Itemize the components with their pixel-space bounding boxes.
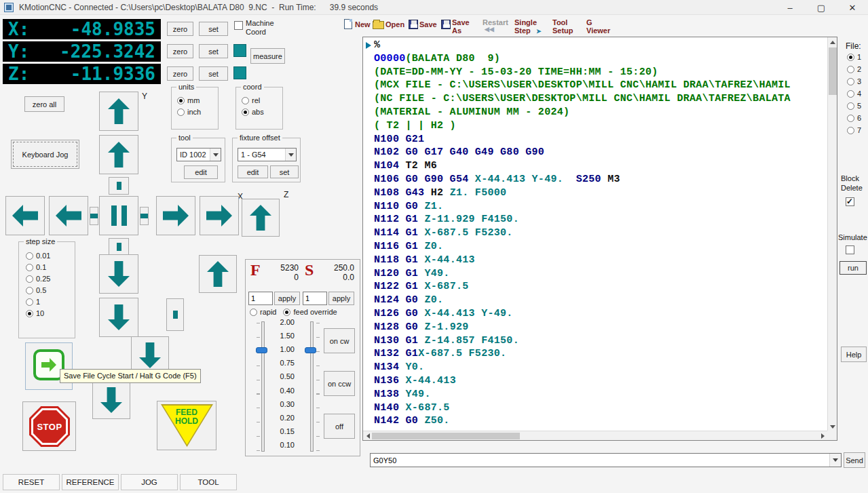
file-slot-option[interactable]: 6 [847, 114, 861, 122]
toolbar-single-step[interactable]: Single Step [514, 18, 539, 35]
override-mode-option[interactable]: feed override [283, 308, 337, 316]
fixture-edit-button[interactable]: edit [238, 165, 268, 178]
units-option[interactable]: inch [177, 108, 201, 116]
spindle-off-button[interactable]: off [324, 414, 355, 439]
file-slot-option[interactable]: 4 [847, 90, 861, 98]
scroll-left-icon[interactable] [363, 431, 373, 441]
zero-all-button[interactable]: zero all [24, 96, 64, 112]
machine-coord-checkbox[interactable] [234, 21, 243, 30]
file-slot-option[interactable]: 1 [847, 53, 861, 61]
tool-tab-button[interactable]: TOOL [180, 474, 237, 490]
zero-x-button[interactable]: zero [167, 22, 193, 36]
feed-hold-button[interactable]: FEED HOLD [157, 401, 216, 450]
block-delete-checkbox[interactable] [846, 197, 854, 206]
radio-icon [26, 298, 33, 306]
scroll-up-icon[interactable] [828, 37, 837, 47]
fixture-set-button[interactable]: set [270, 165, 299, 178]
feed-apply-button[interactable]: apply [274, 292, 300, 305]
speed-override-input[interactable] [303, 292, 327, 305]
jog-x-plus-slow-button[interactable] [156, 196, 195, 235]
units-group-label: units [176, 83, 196, 91]
toolbar-tool-setup[interactable]: Tool Setup [552, 18, 577, 35]
set-z-button[interactable]: set [199, 66, 228, 81]
feed-override-input[interactable] [248, 292, 273, 305]
step-size-option[interactable]: 0.01 [26, 252, 50, 260]
mdi-command-input[interactable] [371, 454, 829, 467]
speed-override-slider[interactable] [310, 321, 314, 452]
jog-y-minus-step-button[interactable] [109, 238, 129, 256]
units-option[interactable]: mm [177, 96, 201, 104]
editor-horizontal-scrollbar[interactable] [363, 431, 827, 440]
scroll-down-icon[interactable] [828, 422, 837, 431]
reset-button[interactable]: RESET [3, 474, 60, 490]
zero-y-button[interactable]: zero [167, 44, 193, 58]
jog-z-step-button[interactable] [166, 298, 184, 331]
zero-z-button[interactable]: zero [167, 66, 193, 81]
jog-x-plus-step-button[interactable] [140, 207, 149, 225]
editor-vertical-scrollbar[interactable] [827, 37, 837, 431]
jog-z-plus-slow-button[interactable] [199, 255, 237, 293]
jog-y-plus-step-button[interactable] [109, 177, 129, 195]
set-x-button[interactable]: set [199, 22, 228, 36]
jog-x-minus-fast-button[interactable] [5, 196, 45, 235]
option-label: 0.1 [36, 263, 46, 271]
help-button[interactable]: Help [841, 347, 867, 362]
coord-option[interactable]: abs [242, 108, 264, 116]
override-mode-option[interactable]: rapid [250, 308, 276, 316]
send-button[interactable]: Send [844, 452, 865, 468]
maximize-button[interactable]: ▢ [806, 0, 837, 15]
tool-group-label: tool [176, 134, 193, 142]
jog-x-minus-slow-button[interactable] [49, 196, 88, 235]
speed-apply-button[interactable]: apply [328, 292, 354, 305]
gcode-editor[interactable]: %O0000(BALATA D80 9)(DATE=DD-MM-YY - 15-… [362, 37, 837, 441]
step-size-option[interactable]: 10 [26, 309, 50, 317]
speed-slider-thumb[interactable] [305, 347, 316, 353]
feed-override-slider[interactable] [261, 321, 265, 452]
jog-z-plus-fast-button[interactable] [242, 199, 280, 237]
tool-select[interactable]: ID 1002 [176, 148, 221, 161]
scroll-right-icon[interactable] [818, 431, 827, 441]
jog-tab-button[interactable]: JOG [121, 474, 178, 490]
jog-y-minus-fast-button[interactable] [99, 298, 138, 337]
step-mark-icon [90, 214, 98, 218]
gcode-line: N142 G0 Z50. [374, 414, 826, 428]
jog-y-minus-slow-button[interactable] [99, 254, 138, 294]
step-size-option[interactable]: 0.1 [26, 263, 50, 271]
jog-x-minus-step-button[interactable] [90, 207, 98, 225]
fixture-select[interactable]: 1 - G54 [238, 148, 297, 161]
keyboard-jog-button[interactable]: Keyboard Jog [11, 140, 79, 169]
spindle-on-ccw-button[interactable]: on ccw [324, 371, 355, 396]
minimize-button[interactable]: – [774, 0, 806, 15]
step-size-option[interactable]: 0.5 [26, 286, 50, 294]
file-slot-option[interactable]: 2 [847, 65, 861, 73]
chevron-down-icon[interactable] [829, 454, 841, 467]
mdi-command-combobox[interactable] [370, 453, 842, 467]
coord-option[interactable]: rel [242, 96, 264, 104]
measure-button[interactable]: measure [250, 48, 285, 64]
toolbar-save-as[interactable]: Save As [452, 18, 472, 35]
jog-y-plus-slow-button[interactable] [99, 135, 138, 174]
spindle-on-cw-button[interactable]: on cw [324, 328, 355, 353]
step-size-option[interactable]: 0.25 [26, 275, 50, 283]
jog-y-plus-fast-button[interactable] [99, 92, 138, 131]
set-y-button[interactable]: set [199, 44, 228, 58]
vertical-scroll-thumb[interactable] [829, 47, 837, 95]
jog-x-plus-fast-button[interactable] [200, 196, 239, 235]
toolbar-new[interactable]: New [355, 20, 371, 28]
toolbar-open[interactable]: Open [385, 20, 404, 28]
step-size-option[interactable]: 1 [26, 298, 50, 306]
stop-button[interactable]: STOP [22, 401, 76, 451]
toolbar-g-viewer[interactable]: G Viewer [586, 18, 612, 35]
toolbar-save[interactable]: Save [419, 20, 437, 28]
close-button[interactable]: ✕ [837, 0, 868, 15]
simulate-checkbox[interactable] [846, 245, 854, 254]
tool-edit-button[interactable]: edit [184, 165, 218, 179]
file-slot-option[interactable]: 3 [847, 77, 861, 85]
horizontal-scroll-thumb[interactable] [372, 433, 520, 439]
file-slot-option[interactable]: 7 [847, 126, 861, 134]
file-slot-option[interactable]: 5 [847, 102, 861, 110]
run-button[interactable]: run [839, 261, 867, 275]
reference-button[interactable]: REFERENCE [62, 474, 119, 490]
jog-z-minus-fast-button[interactable] [92, 381, 130, 419]
jog-pause-button[interactable] [99, 196, 138, 235]
